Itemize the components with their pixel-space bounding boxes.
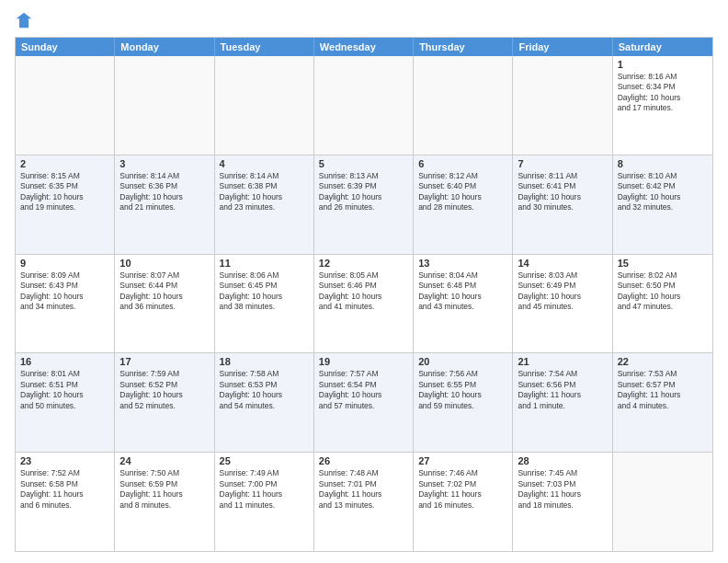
cell-text: Sunrise: 8:03 AM Sunset: 6:49 PM Dayligh… — [518, 270, 607, 313]
calendar-cell — [513, 56, 612, 155]
calendar-cell: 19Sunrise: 7:57 AM Sunset: 6:54 PM Dayli… — [314, 353, 414, 452]
cell-text: Sunrise: 8:05 AM Sunset: 6:46 PM Dayligh… — [319, 270, 408, 313]
day-number: 11 — [220, 258, 309, 269]
day-number: 21 — [518, 356, 607, 367]
day-number: 7 — [518, 158, 607, 169]
day-number: 5 — [319, 158, 408, 169]
cell-text: Sunrise: 7:59 AM Sunset: 6:52 PM Dayligh… — [119, 369, 209, 411]
calendar-cell: 16Sunrise: 8:01 AM Sunset: 6:51 PM Dayli… — [16, 353, 115, 452]
calendar-cell: 9Sunrise: 8:09 AM Sunset: 6:43 PM Daylig… — [16, 255, 115, 353]
cell-text: Sunrise: 8:10 AM Sunset: 6:42 PM Dayligh… — [618, 171, 708, 213]
calendar-cell: 24Sunrise: 7:50 AM Sunset: 6:59 PM Dayli… — [115, 453, 214, 551]
calendar-cell — [215, 56, 314, 155]
cell-text: Sunrise: 7:53 AM Sunset: 6:57 PM Dayligh… — [618, 369, 708, 411]
cell-text: Sunrise: 7:46 AM Sunset: 7:02 PM Dayligh… — [418, 468, 507, 511]
header-day: Saturday — [613, 38, 712, 56]
day-number: 12 — [319, 258, 408, 269]
cell-text: Sunrise: 8:14 AM Sunset: 6:38 PM Dayligh… — [220, 171, 309, 213]
cell-text: Sunrise: 8:04 AM Sunset: 6:48 PM Dayligh… — [418, 270, 507, 313]
calendar-cell: 12Sunrise: 8:05 AM Sunset: 6:46 PM Dayli… — [314, 255, 414, 353]
calendar-cell: 21Sunrise: 7:54 AM Sunset: 6:56 PM Dayli… — [513, 353, 612, 452]
cell-text: Sunrise: 8:06 AM Sunset: 6:45 PM Dayligh… — [220, 270, 309, 313]
cell-text: Sunrise: 7:49 AM Sunset: 7:00 PM Dayligh… — [220, 468, 309, 511]
calendar-cell: 26Sunrise: 7:48 AM Sunset: 7:01 PM Dayli… — [314, 453, 414, 551]
calendar-cell: 11Sunrise: 8:06 AM Sunset: 6:45 PM Dayli… — [215, 255, 314, 353]
calendar-cell: 23Sunrise: 7:52 AM Sunset: 6:58 PM Dayli… — [16, 453, 115, 551]
cell-text: Sunrise: 8:12 AM Sunset: 6:40 PM Dayligh… — [418, 171, 507, 213]
calendar-cell — [314, 56, 414, 155]
day-number: 20 — [418, 356, 507, 367]
calendar-cell: 28Sunrise: 7:45 AM Sunset: 7:03 PM Dayli… — [513, 453, 612, 551]
calendar-cell — [414, 56, 513, 155]
calendar-cell: 5Sunrise: 8:13 AM Sunset: 6:39 PM Daylig… — [314, 155, 414, 254]
header-day: Thursday — [414, 38, 513, 56]
day-number: 28 — [518, 455, 607, 466]
calendar-cell: 8Sunrise: 8:10 AM Sunset: 6:42 PM Daylig… — [613, 155, 712, 254]
cell-text: Sunrise: 7:52 AM Sunset: 6:58 PM Dayligh… — [20, 468, 109, 511]
day-number: 4 — [220, 158, 309, 169]
calendar-row: 16Sunrise: 8:01 AM Sunset: 6:51 PM Dayli… — [16, 352, 712, 452]
day-number: 9 — [20, 258, 109, 269]
cell-text: Sunrise: 8:16 AM Sunset: 6:34 PM Dayligh… — [618, 72, 708, 114]
calendar-cell — [16, 56, 115, 155]
day-number: 23 — [20, 455, 109, 466]
cell-text: Sunrise: 8:14 AM Sunset: 6:36 PM Dayligh… — [119, 171, 209, 213]
calendar-cell: 4Sunrise: 8:14 AM Sunset: 6:38 PM Daylig… — [215, 155, 314, 254]
header — [15, 11, 713, 29]
day-number: 3 — [119, 158, 209, 169]
logo — [15, 11, 37, 29]
day-number: 14 — [518, 258, 607, 269]
day-number: 27 — [418, 455, 507, 466]
day-number: 26 — [319, 455, 408, 466]
cell-text: Sunrise: 8:13 AM Sunset: 6:39 PM Dayligh… — [319, 171, 408, 213]
calendar-row: 9Sunrise: 8:09 AM Sunset: 6:43 PM Daylig… — [16, 254, 712, 353]
calendar-row: 2Sunrise: 8:15 AM Sunset: 6:35 PM Daylig… — [16, 155, 712, 254]
calendar-cell: 1Sunrise: 8:16 AM Sunset: 6:34 PM Daylig… — [613, 56, 712, 155]
cell-text: Sunrise: 8:09 AM Sunset: 6:43 PM Dayligh… — [20, 270, 109, 313]
calendar-cell: 27Sunrise: 7:46 AM Sunset: 7:02 PM Dayli… — [414, 453, 513, 551]
calendar-row: 1Sunrise: 8:16 AM Sunset: 6:34 PM Daylig… — [16, 56, 712, 155]
day-number: 13 — [418, 258, 507, 269]
cell-text: Sunrise: 7:45 AM Sunset: 7:03 PM Dayligh… — [518, 468, 607, 511]
calendar-cell: 20Sunrise: 7:56 AM Sunset: 6:55 PM Dayli… — [414, 353, 513, 452]
header-day: Friday — [513, 38, 612, 56]
page: SundayMondayTuesdayWednesdayThursdayFrid… — [0, 0, 728, 563]
day-number: 16 — [20, 356, 109, 367]
day-number: 22 — [618, 356, 708, 367]
cell-text: Sunrise: 8:07 AM Sunset: 6:44 PM Dayligh… — [119, 270, 209, 313]
header-day: Monday — [115, 38, 214, 56]
logo-icon — [15, 11, 33, 29]
calendar-cell: 17Sunrise: 7:59 AM Sunset: 6:52 PM Dayli… — [115, 353, 214, 452]
calendar-cell: 15Sunrise: 8:02 AM Sunset: 6:50 PM Dayli… — [613, 255, 712, 353]
cell-text: Sunrise: 7:58 AM Sunset: 6:53 PM Dayligh… — [220, 369, 309, 411]
cell-text: Sunrise: 8:01 AM Sunset: 6:51 PM Dayligh… — [20, 369, 109, 411]
cell-text: Sunrise: 7:56 AM Sunset: 6:55 PM Dayligh… — [418, 369, 507, 411]
calendar-cell: 6Sunrise: 8:12 AM Sunset: 6:40 PM Daylig… — [414, 155, 513, 254]
calendar-body: 1Sunrise: 8:16 AM Sunset: 6:34 PM Daylig… — [16, 56, 712, 551]
cell-text: Sunrise: 7:50 AM Sunset: 6:59 PM Dayligh… — [119, 468, 209, 511]
day-number: 17 — [119, 356, 209, 367]
day-number: 24 — [119, 455, 209, 466]
header-day: Tuesday — [215, 38, 314, 56]
calendar-cell: 7Sunrise: 8:11 AM Sunset: 6:41 PM Daylig… — [513, 155, 612, 254]
day-number: 1 — [618, 59, 708, 70]
calendar-cell: 22Sunrise: 7:53 AM Sunset: 6:57 PM Dayli… — [613, 353, 712, 452]
svg-marker-0 — [17, 13, 32, 29]
day-number: 2 — [20, 158, 109, 169]
day-number: 18 — [220, 356, 309, 367]
cell-text: Sunrise: 7:48 AM Sunset: 7:01 PM Dayligh… — [319, 468, 408, 511]
calendar-row: 23Sunrise: 7:52 AM Sunset: 6:58 PM Dayli… — [16, 452, 712, 551]
cell-text: Sunrise: 8:11 AM Sunset: 6:41 PM Dayligh… — [518, 171, 607, 213]
calendar-cell: 25Sunrise: 7:49 AM Sunset: 7:00 PM Dayli… — [215, 453, 314, 551]
cell-text: Sunrise: 7:57 AM Sunset: 6:54 PM Dayligh… — [319, 369, 408, 411]
calendar: SundayMondayTuesdayWednesdayThursdayFrid… — [15, 37, 713, 552]
day-number: 6 — [418, 158, 507, 169]
calendar-cell: 14Sunrise: 8:03 AM Sunset: 6:49 PM Dayli… — [513, 255, 612, 353]
calendar-cell: 18Sunrise: 7:58 AM Sunset: 6:53 PM Dayli… — [215, 353, 314, 452]
header-day: Wednesday — [314, 38, 414, 56]
calendar-cell: 3Sunrise: 8:14 AM Sunset: 6:36 PM Daylig… — [115, 155, 214, 254]
day-number: 15 — [618, 258, 708, 269]
day-number: 8 — [618, 158, 708, 169]
header-day: Sunday — [16, 38, 115, 56]
calendar-cell — [613, 453, 712, 551]
